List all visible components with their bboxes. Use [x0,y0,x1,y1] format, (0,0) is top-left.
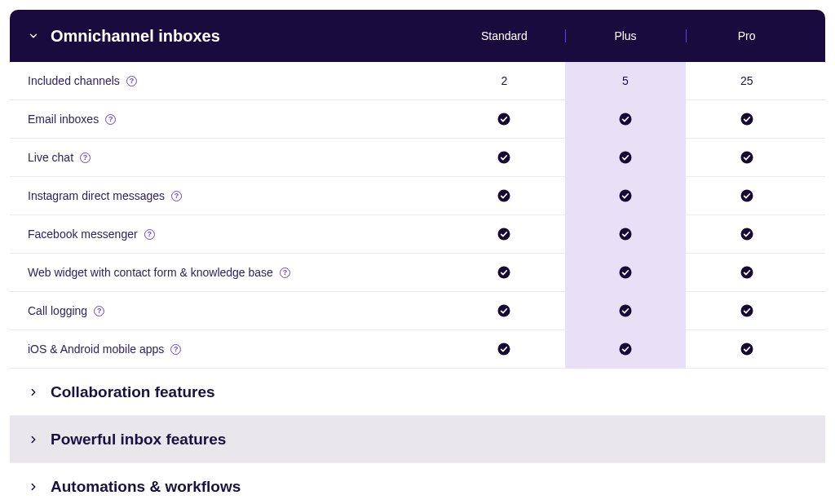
check-icon [740,227,754,241]
help-icon[interactable]: ? [94,306,104,316]
check-icon [618,342,633,356]
feature-value [565,342,687,356]
svg-point-16 [619,305,631,317]
feature-row: Web widget with contact form & knowledge… [10,254,825,292]
check-icon [740,303,754,318]
svg-point-1 [619,113,631,126]
svg-point-11 [740,228,753,241]
feature-label-cell: Facebook messenger? [28,228,444,241]
svg-point-0 [498,113,510,126]
check-icon [497,342,511,356]
help-icon[interactable]: ? [170,344,181,355]
svg-point-3 [498,152,510,164]
feature-value [686,112,807,126]
feature-value [444,112,565,126]
check-icon [618,188,633,203]
check-icon [618,150,633,165]
check-icon [740,342,754,356]
feature-row: Facebook messenger? [10,215,825,254]
help-icon[interactable]: ? [171,191,182,201]
feature-label-cell: iOS & Android mobile apps? [28,343,444,356]
section-title: Powerful inbox features [51,431,226,449]
check-icon [740,188,754,203]
collapsed-sections: Collaboration featuresPowerful inbox fea… [10,369,825,504]
feature-value [565,188,687,203]
section-header-collapsed[interactable]: Automations & workflows [10,463,825,504]
feature-label: Included channels [28,74,120,87]
check-icon [618,227,633,241]
svg-point-8 [740,190,753,202]
section-header-collapsed[interactable]: Powerful inbox features [10,416,825,463]
feature-row: Call logging? [10,292,825,330]
feature-row: Email inboxes? [10,100,825,139]
check-icon [740,150,754,165]
svg-point-4 [619,152,631,164]
chevron-right-icon [28,434,39,445]
feature-label-cell: Instagram direct messages? [28,189,444,202]
feature-value [444,150,565,165]
svg-point-9 [498,228,510,241]
chevron-down-icon [28,30,39,42]
svg-point-10 [619,228,631,241]
feature-value [686,265,807,280]
feature-value [686,227,807,241]
check-icon [618,303,633,318]
check-icon [497,112,511,126]
check-icon [618,112,633,126]
check-icon [618,265,633,280]
svg-point-17 [740,305,753,317]
feature-label: Facebook messenger [28,228,138,241]
section-header-expanded[interactable]: Omnichannel inboxes Standard Plus Pro [10,10,825,62]
feature-label: Web widget with contact form & knowledge… [28,266,273,279]
feature-value [444,227,565,241]
feature-row: Included channels?2525 [10,62,825,100]
svg-point-15 [498,305,510,317]
feature-value [565,112,687,126]
feature-value [686,188,807,203]
section-title: Automations & workflows [51,478,241,496]
feature-value [565,227,687,241]
help-icon[interactable]: ? [80,153,91,163]
feature-value: 25 [686,74,807,87]
feature-label-cell: Included channels? [28,74,444,87]
pricing-comparison-table: Omnichannel inboxes Standard Plus Pro In… [10,10,825,504]
check-icon [497,303,511,318]
svg-point-7 [619,190,631,202]
help-icon[interactable]: ? [126,76,137,86]
feature-label-cell: Web widget with contact form & knowledge… [28,266,444,279]
svg-point-18 [498,343,510,356]
section-header-title-cell: Omnichannel inboxes [28,27,444,46]
help-icon[interactable]: ? [280,267,290,278]
feature-label: Call logging [28,304,87,317]
help-icon[interactable]: ? [105,114,116,125]
check-icon [497,227,511,241]
feature-value [444,342,565,356]
feature-value [686,342,807,356]
feature-row: Instagram direct messages? [10,177,825,215]
check-icon [740,112,754,126]
svg-point-6 [498,190,510,202]
feature-label-cell: Live chat? [28,151,444,164]
feature-label: Live chat [28,151,73,164]
help-icon[interactable]: ? [144,229,155,240]
feature-row: Live chat? [10,139,825,177]
feature-value [565,303,687,318]
feature-value [444,303,565,318]
plan-header-plus: Plus [565,29,687,42]
feature-value: 2 [444,74,565,87]
chevron-right-icon [28,481,39,493]
check-icon [497,150,511,165]
plan-header-standard: Standard [444,29,565,42]
feature-label: Instagram direct messages [28,189,165,202]
svg-point-19 [619,343,631,356]
feature-value: 5 [565,74,687,87]
check-icon [740,265,754,280]
feature-label: Email inboxes [28,113,99,126]
chevron-right-icon [28,387,39,398]
svg-point-20 [740,343,753,356]
section-header-collapsed[interactable]: Collaboration features [10,369,825,416]
feature-label-cell: Call logging? [28,304,444,317]
svg-point-2 [740,113,753,126]
check-icon [497,265,511,280]
section-title: Collaboration features [51,383,215,401]
